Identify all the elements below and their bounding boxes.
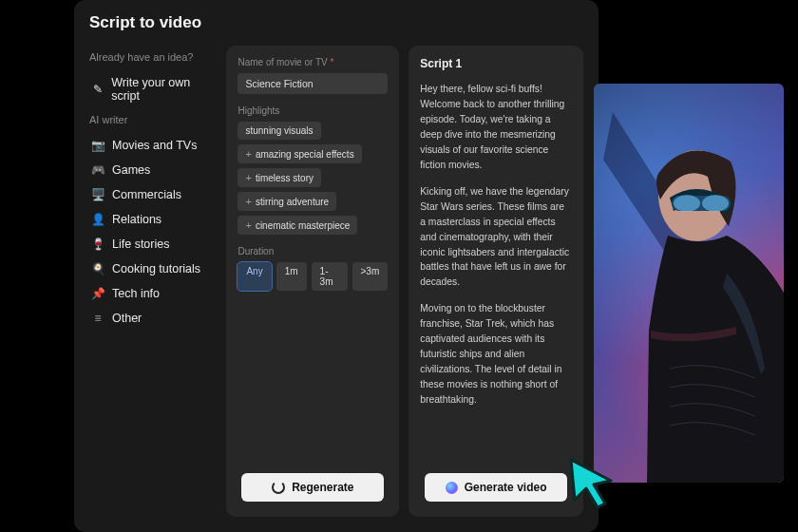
write-own-script[interactable]: ✎ Write your own script bbox=[89, 70, 217, 108]
script-to-video-window: Script to video Already have an idea? ✎ … bbox=[74, 0, 598, 532]
page-title: Script to video bbox=[89, 13, 583, 32]
category-icon: 👤 bbox=[91, 213, 104, 226]
sparkle-icon bbox=[446, 482, 458, 494]
sidebar-item-label: Life stories bbox=[112, 238, 169, 251]
regenerate-button[interactable]: Regenerate bbox=[241, 473, 384, 502]
sidebar-head-ai: AI writer bbox=[89, 114, 217, 125]
category-icon: 🎮 bbox=[91, 163, 104, 177]
form-panel: Name of movie or TV * Science Fiction Hi… bbox=[226, 46, 399, 517]
highlight-tag[interactable]: stunning visuals bbox=[238, 122, 320, 140]
sidebar: Already have an idea? ✎ Write your own s… bbox=[89, 46, 217, 517]
sidebar-item-label: Relations bbox=[112, 213, 162, 226]
sidebar-item-label: Games bbox=[112, 163, 150, 177]
script-panel: Script 1 Hey there, fellow sci-fi buffs!… bbox=[408, 46, 583, 517]
sidebar-item-tech-info[interactable]: 📌Tech info bbox=[89, 281, 217, 306]
plus-icon: + bbox=[245, 172, 251, 183]
refresh-icon bbox=[272, 481, 285, 494]
highlight-tag[interactable]: +timeless story bbox=[238, 168, 321, 187]
highlight-tags: stunning visuals +amazing special effect… bbox=[238, 122, 388, 235]
svg-point-2 bbox=[674, 195, 700, 212]
category-icon: 📌 bbox=[91, 287, 104, 300]
plus-icon: + bbox=[245, 196, 251, 207]
pencil-icon: ✎ bbox=[91, 83, 104, 96]
sidebar-item-label: Commercials bbox=[112, 188, 181, 201]
duration-option[interactable]: Any bbox=[238, 262, 271, 291]
category-icon: 📷 bbox=[91, 139, 104, 152]
script-paragraph: Hey there, fellow sci-fi buffs! Welcome … bbox=[420, 82, 572, 173]
highlights-label: Highlights bbox=[238, 105, 388, 116]
sidebar-item-label: Other bbox=[112, 312, 142, 325]
sidebar-item-relations[interactable]: 👤Relations bbox=[89, 207, 217, 232]
script-paragraph: Kicking off, we have the legendary Star … bbox=[420, 184, 572, 291]
preview-image bbox=[594, 84, 784, 483]
script-head: Script 1 bbox=[420, 57, 572, 70]
category-icon: 🍳 bbox=[91, 262, 104, 276]
name-field[interactable]: Science Fiction bbox=[238, 73, 388, 94]
sidebar-item-commercials[interactable]: 🖥️Commercials bbox=[89, 182, 217, 207]
duration-option[interactable]: 1m bbox=[276, 262, 307, 291]
sidebar-item-other[interactable]: ≡Other bbox=[89, 306, 217, 331]
duration-group: Any1m1-3m>3m bbox=[238, 262, 388, 291]
highlight-tag[interactable]: +amazing special effects bbox=[238, 144, 361, 163]
category-icon: 🖥️ bbox=[91, 188, 104, 201]
highlight-tag[interactable]: +stirring adventure bbox=[238, 192, 336, 211]
script-paragraph: Moving on to the blockbuster franchise, … bbox=[420, 301, 572, 408]
write-own-label: Write your own script bbox=[111, 76, 215, 103]
duration-option[interactable]: 1-3m bbox=[312, 262, 348, 291]
script-body: Hey there, fellow sci-fi buffs! Welcome … bbox=[420, 82, 572, 419]
columns: Already have an idea? ✎ Write your own s… bbox=[89, 46, 583, 517]
generate-video-button[interactable]: Generate video bbox=[425, 473, 567, 502]
duration-option[interactable]: >3m bbox=[352, 262, 389, 291]
highlight-tag[interactable]: +cinematic masterpiece bbox=[238, 216, 357, 235]
sidebar-item-label: Tech info bbox=[112, 287, 160, 300]
sidebar-item-life-stories[interactable]: 🍷Life stories bbox=[89, 232, 217, 256]
duration-label: Duration bbox=[238, 246, 388, 256]
plus-icon: + bbox=[245, 148, 251, 160]
plus-icon: + bbox=[245, 219, 251, 231]
sidebar-item-cooking-tutorials[interactable]: 🍳Cooking tutorials bbox=[89, 256, 217, 281]
sidebar-head-idea: Already have an idea? bbox=[89, 51, 217, 63]
sidebar-item-games[interactable]: 🎮Games bbox=[89, 158, 217, 182]
person-illustration bbox=[594, 84, 784, 483]
category-icon: ≡ bbox=[91, 312, 104, 325]
sidebar-item-movies-and-tvs[interactable]: 📷Movies and TVs bbox=[89, 133, 217, 158]
sidebar-item-label: Cooking tutorials bbox=[112, 262, 200, 276]
category-icon: 🍷 bbox=[91, 238, 104, 251]
svg-point-3 bbox=[702, 195, 729, 212]
sidebar-item-label: Movies and TVs bbox=[112, 139, 197, 152]
name-label: Name of movie or TV * bbox=[238, 57, 388, 67]
